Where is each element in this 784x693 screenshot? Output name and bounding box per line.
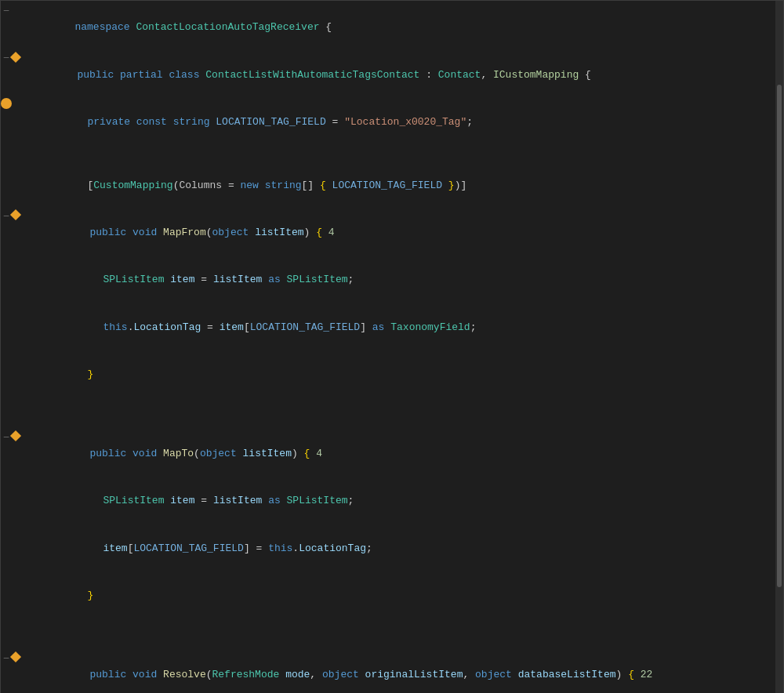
- code-16: [23, 619, 777, 635]
- line-8: this.LocationTag = item[LOCATION_TAG_FIE…: [1, 304, 783, 351]
- code-5: [CustomMapping(Columns = new string[] { …: [23, 161, 777, 209]
- line-1: ― namespace ContactLocationAutoTagReceiv…: [1, 4, 783, 51]
- collapse-1[interactable]: ―: [1, 4, 12, 17]
- gutter-2: ―: [1, 51, 25, 64]
- code-14: item[LOCATION_TAG_FIELD] = this.Location…: [23, 525, 777, 572]
- scrollbar-vertical[interactable]: [775, 1, 783, 693]
- line-7: SPListItem item = listItem as SPListItem…: [1, 256, 783, 303]
- code-4: [23, 146, 777, 161]
- line-16: [1, 619, 783, 635]
- line-3: private const string LOCATION_TAG_FIELD …: [1, 99, 783, 146]
- code-content: ― namespace ContactLocationAutoTagReceiv…: [1, 1, 783, 693]
- code-3: private const string LOCATION_TAG_FIELD …: [23, 99, 777, 146]
- line-18: ― public void Resolve(RefreshMode mode, …: [1, 651, 783, 693]
- line-12: ― public void MapTo(object listItem) { 4: [1, 430, 783, 477]
- code-18: public void Resolve(RefreshMode mode, ob…: [25, 651, 777, 693]
- line-10: [1, 399, 783, 415]
- line-4: [1, 146, 783, 161]
- line-14: item[LOCATION_TAG_FIELD] = this.Location…: [1, 525, 783, 572]
- collapse-18[interactable]: ―: [1, 651, 12, 665]
- field-icon-3: [1, 98, 12, 109]
- code-9: }: [23, 351, 777, 398]
- code-17: [23, 636, 777, 651]
- line-15: }: [1, 572, 783, 619]
- code-8: this.LocationTag = item[LOCATION_TAG_FIE…: [23, 304, 777, 351]
- line-2: ― public partial class ContactListWithAu…: [1, 51, 783, 98]
- code-2: public partial class ContactListWithAuto…: [25, 51, 777, 98]
- code-editor: ― namespace ContactLocationAutoTagReceiv…: [0, 0, 784, 693]
- code-6: public void MapFrom(object listItem) { 4: [25, 209, 777, 256]
- diamond-icon-6: [10, 209, 21, 220]
- collapse-12[interactable]: ―: [1, 430, 12, 444]
- gutter-12: ―: [1, 430, 25, 444]
- diamond-icon-18: [10, 651, 21, 662]
- line-11: [1, 415, 783, 430]
- code-7: SPListItem item = listItem as SPListItem…: [23, 256, 777, 303]
- gutter-1: ―: [1, 4, 23, 17]
- diamond-icon-class: [10, 52, 21, 63]
- code-15: }: [23, 572, 777, 619]
- code-10: [23, 399, 777, 415]
- line-17: [1, 636, 783, 651]
- code-1: namespace ContactLocationAutoTagReceiver…: [23, 4, 777, 51]
- code-13: SPListItem item = listItem as SPListItem…: [23, 477, 777, 524]
- gutter-18: ―: [1, 651, 25, 665]
- scrollbar-thumb-v[interactable]: [777, 85, 782, 587]
- code-12: public void MapTo(object listItem) { 4: [25, 430, 777, 477]
- line-6: ― public void MapFrom(object listItem) {…: [1, 209, 783, 256]
- gutter-6: ―: [1, 209, 25, 223]
- diamond-icon-12: [10, 430, 21, 441]
- gutter-3: [1, 99, 23, 110]
- line-5: [CustomMapping(Columns = new string[] { …: [1, 161, 783, 209]
- line-9: }: [1, 351, 783, 398]
- collapse-6[interactable]: ―: [1, 209, 12, 223]
- code-11: [23, 415, 777, 430]
- line-13: SPListItem item = listItem as SPListItem…: [1, 477, 783, 524]
